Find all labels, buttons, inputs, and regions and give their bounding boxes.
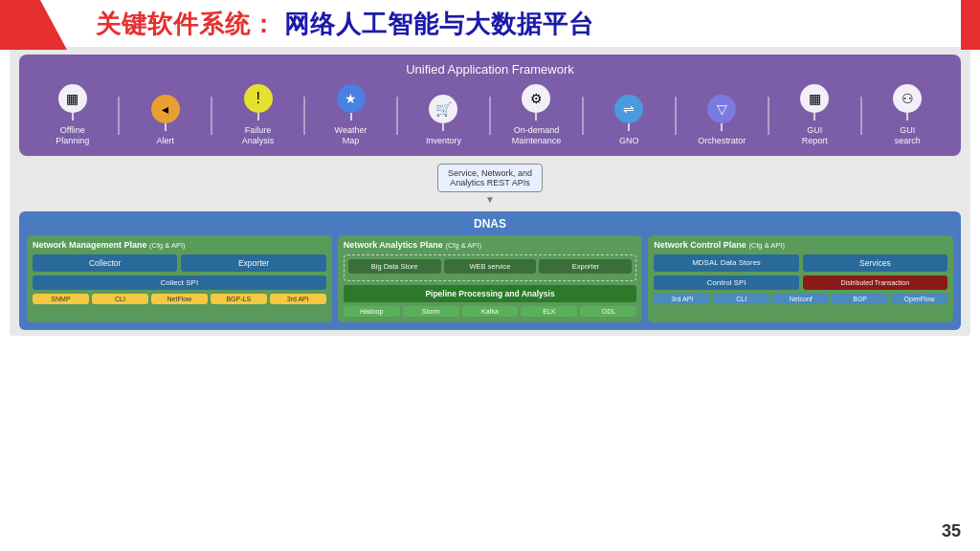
ondemand-icon: ⚙ — [522, 84, 550, 113]
orchestrator-label: Orchestrator — [698, 136, 746, 146]
collector-exporter-row: Collector Exporter — [33, 254, 326, 272]
title-blue: 网络人工智能与大数据平台 — [277, 10, 594, 38]
alert-label: Alert — [156, 136, 174, 146]
tag-elk: ELK — [521, 306, 577, 317]
rest-api-label: Service, Network, and Analytics REST API… — [448, 168, 532, 187]
gno-label: GNO — [619, 136, 639, 146]
management-plane: Network Management Plane (Cfg & API) Col… — [27, 235, 332, 322]
tag-kafka: Kafka — [462, 306, 519, 317]
gno-icon: ⇌ — [614, 95, 643, 123]
offline-label: OfflinePlanning — [56, 125, 89, 146]
bigdata-box: Big Data Store — [348, 259, 441, 274]
analytics-plane-title: Network Analytics Plane (Cfg & API) — [344, 240, 637, 250]
analytics-tags: Hadoop Storm Kafka ELK ODL — [344, 306, 637, 317]
dnas-planes: Network Management Plane (Cfg & API) Col… — [27, 235, 953, 322]
tag-3rdapi-mgmt: 3rd API — [270, 294, 326, 304]
tag-openflow: OpenFlow — [891, 294, 947, 304]
management-tags: SNMP CLI NetFlow BGP-LS 3rd API — [33, 294, 326, 304]
management-plane-title: Network Management Plane (Cfg & API) — [33, 240, 326, 250]
dnas-title: DNAS — [27, 217, 953, 231]
gui-search-label: GUIsearch — [895, 125, 921, 146]
distributed-box: Distributed Transaction — [803, 276, 947, 290]
uaf-icon-inventory: 🛒 Inventory — [405, 95, 481, 146]
tag-cli: CLI — [92, 294, 148, 304]
tag-cli-ctrl: CLI — [713, 294, 769, 304]
analytics-inner-box: Big Data Store WEB service Exporter — [344, 254, 637, 281]
header-accent — [0, 0, 67, 50]
control-spi-row: Control SPI Distributed Transaction — [654, 276, 947, 290]
header-right-accent — [961, 0, 980, 50]
failure-icon: ! — [244, 84, 273, 113]
tag-storm: Storm — [403, 306, 459, 317]
uaf-divider-6 — [582, 97, 584, 135]
tag-3rdapi-ctrl: 3rd API — [654, 294, 710, 304]
inventory-icon: 🛒 — [429, 95, 457, 123]
title-red: 关键软件系统： — [96, 10, 277, 38]
tag-snmp: SNMP — [33, 294, 89, 304]
uaf-divider-7 — [675, 97, 677, 135]
weather-icon: ★ — [337, 84, 366, 113]
uaf-icon-offline: ▦ OfflinePlanning — [34, 84, 111, 146]
orchestrator-icon: ▽ — [707, 95, 736, 123]
exporter-analytics-box: Exporter — [539, 259, 632, 274]
analytics-plane: Network Analytics Plane (Cfg & API) Big … — [338, 235, 643, 322]
uaf-icon-gui-search: ⚇ GUIsearch — [869, 84, 946, 146]
tag-netconf: Netconf — [772, 294, 829, 304]
uaf-divider-4 — [396, 97, 398, 135]
tag-hadoop: Hadoop — [344, 306, 400, 317]
collect-spi-box: Collect SPI — [33, 276, 326, 290]
tag-bgp: BGP — [832, 294, 888, 304]
uaf-title: Unified Application Framework — [31, 62, 949, 77]
uaf-icon-weather: ★ WeatherMap — [313, 84, 390, 146]
page-title: 关键软件系统： 网络人工智能与大数据平台 — [96, 8, 594, 41]
mdsal-box: MDSAL Data Stores — [654, 254, 798, 272]
dnas-container: DNAS Network Management Plane (Cfg & API… — [19, 211, 961, 330]
exporter-box: Exporter — [181, 254, 325, 272]
ondemand-label: On-demandMaintenance — [512, 125, 562, 146]
uaf-icon-gui-report: ▦ GUIReport — [776, 84, 853, 146]
inventory-label: Inventory — [426, 136, 461, 146]
header: 关键软件系统： 网络人工智能与大数据平台 — [0, 0, 980, 47]
control-plane-title: Network Control Plane (Cfg & API) — [654, 240, 947, 250]
services-box: Services — [803, 254, 947, 272]
gui-report-label: GUIReport — [802, 125, 828, 146]
tag-netflow: NetFlow — [151, 294, 208, 304]
uaf-icon-ondemand: ⚙ On-demandMaintenance — [498, 84, 574, 146]
uaf-divider-8 — [768, 97, 769, 135]
collector-box: Collector — [33, 254, 177, 272]
pipeline-box: Pipeline Processing and Analysis — [344, 285, 637, 302]
uaf-divider-3 — [303, 97, 305, 135]
uaf-icon-orchestrator: ▽ Orchestrator — [683, 95, 760, 146]
offline-icon: ▦ — [58, 84, 87, 113]
uaf-divider-2 — [211, 97, 212, 135]
alert-icon: ◂ — [151, 95, 180, 123]
uaf-icon-alert: ◂ Alert — [127, 95, 204, 146]
tag-bgpls: BGP-LS — [211, 294, 267, 304]
uaf-divider-9 — [860, 97, 862, 135]
tag-odl: ODL — [580, 306, 636, 317]
uaf-icons-row: ▦ OfflinePlanning ◂ Alert ! FailureAnaly… — [31, 84, 949, 146]
failure-label: FailureAnalysis — [242, 125, 275, 146]
weather-label: WeatherMap — [335, 125, 368, 146]
webservice-box: WEB service — [444, 259, 537, 274]
gui-report-icon: ▦ — [800, 84, 829, 113]
uaf-divider-1 — [118, 97, 120, 135]
rest-api-box: Service, Network, and Analytics REST API… — [437, 164, 543, 192]
uaf-icon-gno: ⇌ GNO — [590, 95, 667, 146]
control-inner: MDSAL Data Stores Services — [654, 254, 947, 272]
uaf-divider-5 — [489, 97, 491, 135]
analytics-top-row: Big Data Store WEB service Exporter — [348, 259, 633, 274]
control-plane: Network Control Plane (Cfg & API) MDSAL … — [648, 235, 953, 322]
gui-search-icon: ⚇ — [893, 84, 922, 113]
control-spi-box: Control SPI — [654, 276, 798, 290]
main-content: Unified Application Framework ▦ OfflineP… — [10, 47, 970, 336]
uaf-icon-failure: ! FailureAnalysis — [220, 84, 297, 146]
control-tags: 3rd API CLI Netconf BGP OpenFlow — [654, 294, 947, 304]
page-number: 35 — [942, 521, 961, 541]
uaf-framework-box: Unified Application Framework ▦ OfflineP… — [19, 55, 961, 156]
